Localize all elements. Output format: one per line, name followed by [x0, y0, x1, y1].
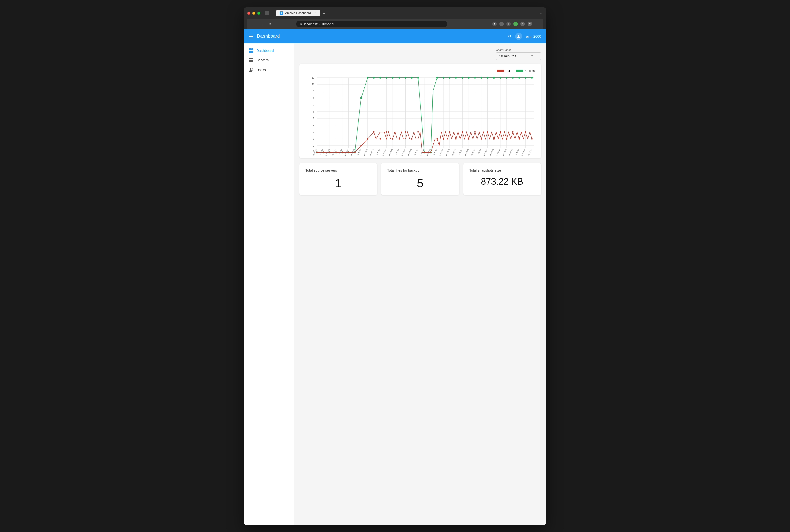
- x-gridlines: [317, 78, 532, 148]
- back-button[interactable]: ←: [251, 21, 257, 26]
- svg-point-3: [518, 35, 520, 36]
- svg-point-86: [411, 77, 413, 79]
- new-tab-button[interactable]: +: [321, 11, 326, 16]
- svg-point-95: [468, 77, 470, 79]
- svg-point-128: [455, 138, 457, 139]
- stat-value-snapshots: 873.22 KB: [469, 176, 535, 187]
- svg-point-130: [468, 138, 469, 139]
- chart-wrapper: 11 10 9 8 7 6 5 4 3 2 1: [304, 75, 536, 156]
- svg-point-139: [525, 131, 526, 133]
- chart-range-selector: Chart Range 10 minutes ▼: [496, 49, 541, 60]
- svg-point-136: [506, 138, 507, 139]
- close-button[interactable]: [247, 12, 250, 15]
- ext-icon-g[interactable]: G: [513, 22, 518, 26]
- sidebar-item-dashboard[interactable]: Dashboard: [244, 46, 294, 55]
- svg-text:2024-02-16 15:46:18: 2024-02-16 15:46:18: [308, 148, 317, 156]
- svg-text:3: 3: [313, 131, 314, 133]
- svg-point-85: [405, 77, 406, 79]
- svg-rect-6: [249, 51, 251, 53]
- svg-rect-8: [249, 58, 253, 59]
- minimize-button[interactable]: [252, 12, 256, 15]
- main-layout: Dashboard Servers: [244, 43, 546, 525]
- svg-point-109: [335, 152, 337, 153]
- active-tab[interactable]: Archivo Dashboard ✕: [276, 10, 320, 16]
- svg-text:2: 2: [313, 137, 314, 140]
- svg-point-138: [519, 138, 520, 139]
- refresh-button[interactable]: ↻: [508, 34, 511, 39]
- svg-point-132: [481, 138, 482, 139]
- browser-chrome: Archivo Dashboard ✕ + ⌄ ← → ↻ ◉ localhos…: [244, 7, 546, 29]
- ham-line-2: [249, 36, 253, 37]
- svg-point-91: [443, 77, 445, 79]
- svg-point-90: [436, 77, 438, 79]
- svg-point-126: [443, 138, 444, 139]
- sidebar-item-users[interactable]: Users: [244, 65, 294, 75]
- svg-point-134: [493, 138, 494, 139]
- svg-point-102: [512, 77, 514, 79]
- svg-point-106: [316, 152, 318, 153]
- ext-icon-share[interactable]: ⬆: [527, 22, 532, 26]
- stat-label-snapshots: Total snapshots size: [469, 168, 535, 172]
- svg-text:4: 4: [313, 124, 314, 127]
- header-right: ↻ artm2000: [508, 33, 541, 40]
- svg-point-84: [398, 77, 400, 79]
- reload-button[interactable]: ↻: [267, 21, 272, 26]
- ham-line-3: [249, 38, 253, 38]
- ext-icon-shield[interactable]: S: [499, 22, 504, 26]
- tab-bar: Archivo Dashboard ✕ +: [276, 10, 326, 16]
- svg-point-108: [329, 152, 330, 153]
- ext-icon-1[interactable]: ★: [492, 22, 497, 26]
- svg-point-96: [474, 77, 476, 79]
- window-dropdown-icon[interactable]: ⌄: [540, 11, 543, 15]
- svg-point-114: [367, 138, 368, 139]
- legend-fail: Fail: [496, 69, 510, 73]
- sidebar-item-servers[interactable]: Servers: [244, 55, 294, 65]
- legend-success: Success: [516, 69, 536, 73]
- svg-point-110: [342, 152, 343, 153]
- svg-point-97: [481, 77, 482, 79]
- sidebar-toggle-icon[interactable]: [265, 11, 269, 15]
- extension-icons: ★ S T G N ⬆ ⋮: [492, 22, 539, 26]
- tab-favicon: [280, 11, 283, 15]
- address-input[interactable]: ◉ localhost:8010/panel: [296, 21, 447, 27]
- svg-point-103: [519, 77, 520, 79]
- forward-button[interactable]: →: [259, 21, 264, 26]
- address-bar: ← → ↻ ◉ localhost:8010/panel ★ S T G N ⬆…: [247, 19, 543, 29]
- stat-card-files: Total files for backup 5: [381, 163, 459, 195]
- hamburger-menu-button[interactable]: [249, 35, 253, 38]
- svg-rect-9: [249, 60, 253, 61]
- maximize-button[interactable]: [258, 12, 261, 15]
- ext-icon-n[interactable]: N: [521, 22, 525, 26]
- tab-title: Archivo Dashboard: [285, 11, 311, 15]
- svg-point-111: [348, 152, 349, 153]
- svg-text:11: 11: [312, 76, 315, 79]
- svg-point-107: [323, 152, 324, 153]
- chart-legend: Fail Success: [304, 69, 536, 73]
- svg-point-101: [506, 77, 508, 79]
- app-header: Dashboard ↻ artm2000: [244, 29, 546, 43]
- svg-text:1: 1: [313, 144, 314, 147]
- chart-range-select[interactable]: 10 minutes ▼: [496, 52, 541, 60]
- chart-svg: 11 10 9 8 7 6 5 4 3 2 1: [304, 75, 536, 156]
- svg-point-135: [500, 131, 501, 133]
- svg-point-125: [436, 138, 437, 139]
- tab-close-button[interactable]: ✕: [314, 11, 317, 15]
- dashboard-icon: [249, 49, 253, 53]
- svg-point-99: [493, 77, 495, 79]
- ext-icon-t[interactable]: T: [506, 22, 511, 26]
- svg-point-122: [417, 131, 419, 133]
- stat-card-snapshots: Total snapshots size 873.22 KB: [463, 163, 541, 195]
- svg-rect-2: [266, 14, 268, 14]
- ham-line-1: [249, 35, 253, 35]
- menu-icon[interactable]: ⋮: [534, 22, 539, 26]
- svg-point-133: [487, 131, 488, 133]
- servers-icon: [249, 58, 253, 62]
- app-title: Dashboard: [257, 34, 280, 39]
- svg-point-12: [252, 68, 253, 69]
- svg-text:5: 5: [313, 117, 314, 120]
- svg-text:8: 8: [313, 96, 314, 99]
- sidebar-item-servers-label: Servers: [257, 58, 268, 62]
- svg-point-127: [449, 131, 450, 133]
- url-text: localhost:8010/panel: [304, 22, 334, 26]
- svg-text:10: 10: [312, 83, 315, 86]
